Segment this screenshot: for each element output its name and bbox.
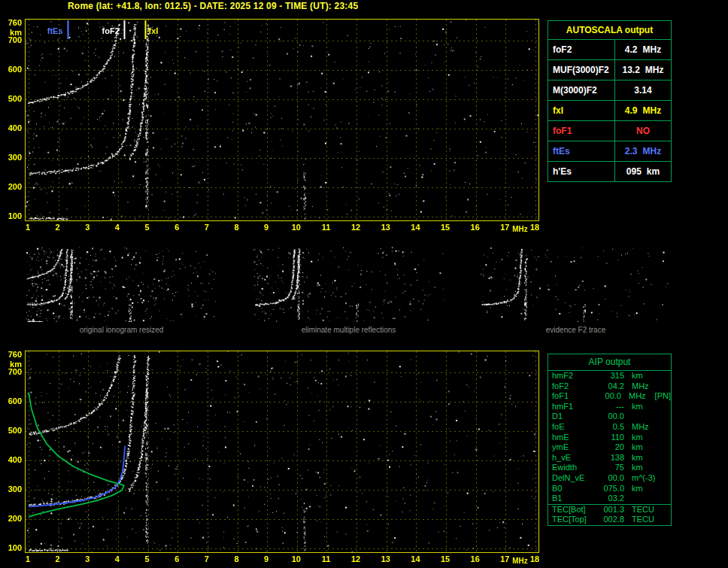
aip-row-DelN_vE: DelN_vE00.0m^(-3) [548,473,671,484]
aip-row-value: 04.2 [599,381,624,392]
x-tick-label: 13 [379,223,393,232]
x-axis-unit-label: MHz [512,557,528,565]
aip-row-value: 075.0 [599,484,624,494]
aip-row-note: [PN] [646,391,671,402]
y-tick-label: 400 [2,123,22,132]
aip-row-value: 00.0 [596,391,621,402]
value-text: 2.3 [625,141,638,161]
autoscala-row-label: foF2 [548,40,615,59]
aip-row-foF1: foF100.0MHz[PN] [548,391,671,402]
x-tick-label: 6 [170,223,184,232]
aip-table-rows: hmF2315kmfoF204.2MHzfoF100.0MHz[PN]hmF1-… [548,371,671,525]
x-tick-label: 10 [290,554,303,563]
x-tick-label: 4 [111,554,124,563]
aip-row-value: 20 [599,442,624,453]
x-tick-label: 8 [230,223,244,232]
aip-row-unit: km [624,484,643,494]
x-tick-label: 1 [21,223,35,232]
aip-row-unit: km [624,463,643,473]
aip-row-label: foF1 [548,391,596,402]
ionogram-plot-top: ftEsfoF2fxI [25,19,539,221]
autoscala-row-value: 13.2MHz [615,60,671,80]
aip-row-value: 001.3 [599,505,624,515]
aip-row-label: Ewidth [548,463,599,473]
value-unit: MHz [643,141,662,161]
aip-row-unit: km [624,371,643,381]
autoscala-row-label: M(3000)F2 [548,80,615,100]
aip-row-Ewidth: Ewidth75km [548,463,671,473]
y-axis-unit-label: km [2,360,22,369]
autoscala-row-M(3000)F2: M(3000)F23.14 [548,80,671,101]
x-tick-label: 15 [438,223,452,232]
autoscala-row-h'Es: h'Es095km [548,162,671,181]
x-tick-label: 8 [230,554,244,563]
x-tick-label: 18 [528,554,541,563]
autoscala-row-value: 3.14 [615,80,671,100]
aip-row-value: 00.0 [599,412,624,422]
x-tick-label: 14 [408,223,422,232]
x-tick-label: 4 [111,223,124,232]
ionogram-page: Rome (lat: +41.8, lon: 012.5) - DATE: 20… [0,0,728,568]
y-tick-label: 700 [2,367,22,376]
aip-row-label: foE [548,422,599,433]
autoscala-row-value: 4.2MHz [615,40,671,59]
aip-row-unit: MHz [621,391,646,402]
x-tick-label: 5 [141,223,154,232]
marker-label-ftEs: ftEs [36,26,63,35]
x-tick-label: 11 [319,554,332,563]
x-tick-label: 12 [349,223,362,232]
aip-row-unit: km [624,402,643,412]
aip-row-unit [624,412,632,422]
aip-row-label: hmF1 [548,402,599,412]
x-tick-label: 16 [469,223,482,232]
autoscala-table-header: AUTOSCALA output [548,21,671,40]
aip-row-unit: km [624,433,643,443]
thumbnail-caption-f2-trace: evidence F2 trace [481,326,671,334]
autoscala-row-foF1: foF1NO [548,121,671,141]
y-tick-label: 200 [2,514,22,523]
autoscala-table-rows: foF24.2MHzMUF(3000)F213.2MHzM(3000)F23.1… [548,40,671,181]
autoscala-table: AUTOSCALA output foF24.2MHzMUF(3000)F213… [548,20,672,182]
ionogram-plot-bottom [25,351,539,553]
aip-row-TEC[Bot]: TEC[Bot]001.3TECU [548,504,671,515]
aip-row-B1: B103.2 [548,494,671,504]
value-text: 13.2 [622,60,639,80]
thumbnail-f2-trace-canvas [481,247,671,322]
y-tick-label: 100 [2,211,22,220]
x-tick-label: 7 [200,554,214,563]
autoscala-row-value: NO [615,121,671,141]
y-tick-label: 500 [2,426,22,435]
aip-row-value: 0.5 [599,422,624,433]
thumbnail-original [26,247,217,322]
page-title: Rome (lat: +41.8, lon: 012.5) - DATE: 20… [68,1,358,11]
y-tick-label: 300 [2,153,22,162]
aip-row-unit [624,494,632,504]
aip-row-ymE: ymE20km [548,442,671,453]
value-text: NO [636,121,650,141]
x-tick-label: 7 [200,223,214,232]
y-tick-label: 600 [2,65,22,74]
autoscala-row-value: 4.9MHz [615,101,671,120]
aip-row-hmF2: hmF2315km [548,371,671,381]
autoscala-row-label: h'Es [548,162,615,181]
aip-row-D1: D100.0 [548,412,671,422]
ionogram-canvas-bottom [26,351,538,552]
autoscala-row-label: MUF(3000)F2 [548,60,615,80]
aip-row-unit: km [624,442,643,453]
thumbnail-f2-trace [481,247,671,322]
aip-row-unit: MHz [624,381,649,392]
thumbnail-caption-original: original ionogram resized [26,326,217,334]
aip-table: AIP output hmF2315kmfoF204.2MHzfoF100.0M… [548,354,672,526]
y-axis-unit-label: km [2,28,22,37]
aip-row-label: ymE [548,442,599,453]
autoscala-row-label: foF1 [548,121,615,141]
thumbnail-caption-no-multiples: eliminate multiple reflections [253,326,444,334]
aip-row-unit: km [624,453,643,463]
y-tick-label: 500 [2,94,22,103]
x-tick-label: 13 [379,554,393,563]
y-tick-label: 700 [2,35,22,44]
value-text: 4.9 [625,101,638,120]
value-unit: MHz [643,40,662,59]
aip-row-label: D1 [548,412,599,422]
y-tick-label: 400 [2,455,22,464]
